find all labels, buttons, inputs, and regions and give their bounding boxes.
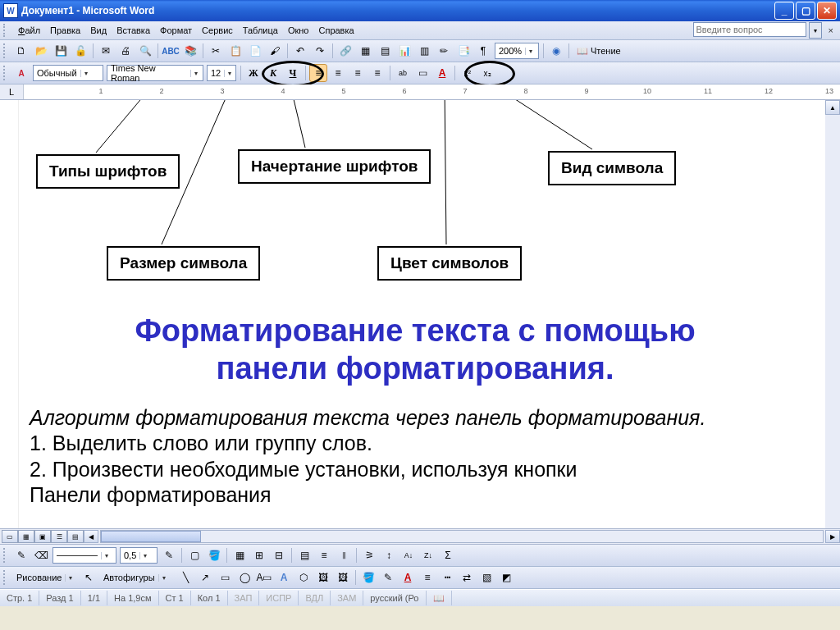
outline-view-button[interactable]: ☰ xyxy=(51,530,67,543)
font-color-button2[interactable]: A xyxy=(399,568,417,587)
print-button[interactable]: 🖨 xyxy=(116,42,135,60)
autoshapes-menu[interactable]: Автофигуры▾ xyxy=(100,570,174,585)
insert-table-button2[interactable]: ▦ xyxy=(231,546,249,564)
line-style-button[interactable]: ≡ xyxy=(418,568,436,587)
align-left-button[interactable]: ≡ xyxy=(309,64,327,82)
line-tool-button[interactable]: ╲ xyxy=(176,568,194,587)
oval-tool-button[interactable]: ◯ xyxy=(235,568,253,587)
outside-border-button[interactable]: ▢ xyxy=(185,546,203,564)
open-button[interactable]: 📂 xyxy=(32,42,50,60)
textbox-tool-button[interactable]: A▭ xyxy=(255,568,273,587)
doc-close-button[interactable]: × xyxy=(825,25,837,35)
highlight-button[interactable]: ab xyxy=(394,64,412,82)
minimize-button[interactable]: _ xyxy=(774,2,794,20)
reading-layout-button[interactable]: 📖Чтение xyxy=(572,42,626,60)
paste-button[interactable]: 📄 xyxy=(246,42,264,60)
fill-color-button[interactable]: 🪣 xyxy=(359,568,377,587)
doc-map-button[interactable]: 📑 xyxy=(454,42,472,60)
font-color-button[interactable]: A xyxy=(433,64,451,82)
menu-file[interactable]: Файл xyxy=(13,24,45,37)
status-ovr[interactable]: ЗАМ xyxy=(331,591,363,605)
status-trk[interactable]: ИСПР xyxy=(259,591,299,605)
insert-table-button[interactable]: ▤ xyxy=(376,42,394,60)
shadow-button[interactable]: ▧ xyxy=(477,568,495,587)
mail-button[interactable]: ✉ xyxy=(97,42,115,60)
horizontal-ruler[interactable]: 12345678910111213 xyxy=(24,84,840,99)
diagram-button[interactable]: ⬡ xyxy=(294,568,313,587)
bold-button[interactable]: Ж xyxy=(244,64,262,82)
spellcheck-button[interactable]: ABC xyxy=(162,42,180,60)
wordart-button[interactable]: A xyxy=(275,568,293,587)
status-lang[interactable]: русский (Ро xyxy=(363,591,426,605)
scroll-right-button[interactable]: ▶ xyxy=(825,530,840,543)
align-right-button[interactable]: ≡ xyxy=(349,64,367,82)
menu-tools[interactable]: Сервис xyxy=(197,24,238,37)
copy-button[interactable]: 📋 xyxy=(226,42,244,60)
vertical-ruler[interactable] xyxy=(0,100,19,528)
3d-button[interactable]: ◩ xyxy=(497,568,515,587)
new-doc-button[interactable]: 🗋 xyxy=(12,42,30,60)
print-view-button[interactable]: ▣ xyxy=(34,530,51,543)
distribute-cols-button[interactable]: ⦀ xyxy=(335,546,353,564)
print-preview-button[interactable]: 🔍 xyxy=(136,42,154,60)
line-style-combo[interactable]: ▾ xyxy=(52,547,116,564)
line-weight-combo[interactable]: 0,5▾ xyxy=(120,547,158,564)
italic-button[interactable]: К xyxy=(264,64,282,82)
menu-help[interactable]: Справка xyxy=(313,24,358,37)
line-color-button[interactable]: ✎ xyxy=(379,568,397,587)
draw-table-button[interactable]: ✎ xyxy=(12,546,30,564)
redo-button[interactable]: ↷ xyxy=(311,42,329,60)
status-rec[interactable]: ЗАП xyxy=(228,591,260,605)
help-search[interactable]: ▾ xyxy=(693,22,822,39)
align-justify-button[interactable]: ≡ xyxy=(368,64,386,82)
status-ext[interactable]: ВДЛ xyxy=(299,591,331,605)
autoformat-button[interactable]: ⚞ xyxy=(360,546,378,564)
rectangle-tool-button[interactable]: ▭ xyxy=(216,568,234,587)
sort-desc-button[interactable]: Z↓ xyxy=(419,546,437,564)
border-color-button[interactable]: ✎ xyxy=(160,546,178,564)
font-combo[interactable]: Times New Roman▾ xyxy=(107,65,203,81)
vertical-scrollbar[interactable]: ▲ xyxy=(825,100,840,528)
text-direction-button[interactable]: ↕ xyxy=(380,546,398,564)
select-objects-button[interactable]: ↖ xyxy=(80,568,98,587)
undo-button[interactable]: ↶ xyxy=(291,42,309,60)
arrow-tool-button[interactable]: ↗ xyxy=(196,568,214,587)
arrow-style-button[interactable]: ⇄ xyxy=(458,568,476,587)
menu-window[interactable]: Окно xyxy=(283,24,314,37)
align-cells-button[interactable]: ▤ xyxy=(295,546,313,564)
reading-view-button[interactable]: ▤ xyxy=(67,530,84,543)
help-search-dropdown[interactable]: ▾ xyxy=(809,22,822,39)
help-button[interactable]: ◉ xyxy=(547,42,565,60)
hscroll-thumb[interactable] xyxy=(101,531,201,542)
split-cells-button[interactable]: ⊟ xyxy=(270,546,288,564)
help-search-input[interactable] xyxy=(693,22,806,37)
autosum-button[interactable]: Σ xyxy=(439,546,457,564)
normal-view-button[interactable]: ▭ xyxy=(2,530,18,543)
menu-view[interactable]: Вид xyxy=(85,24,112,37)
align-center-button[interactable]: ≡ xyxy=(329,64,347,82)
columns-button[interactable]: ▥ xyxy=(415,42,433,60)
dash-style-button[interactable]: ┅ xyxy=(438,568,456,587)
eraser-button[interactable]: ⌫ xyxy=(32,546,50,564)
scroll-up-button[interactable]: ▲ xyxy=(825,100,840,115)
drawing-menu[interactable]: Рисование▾ xyxy=(13,570,77,585)
shading-color-button[interactable]: 🪣 xyxy=(205,546,223,564)
clipart-button[interactable]: 🖼 xyxy=(314,568,332,587)
subscript-button[interactable]: x₂ xyxy=(478,64,496,82)
close-button[interactable]: ✕ xyxy=(817,2,837,20)
underline-button[interactable]: Ч xyxy=(284,64,302,82)
format-painter-button[interactable]: 🖌 xyxy=(266,42,284,60)
hyperlink-button[interactable]: 🔗 xyxy=(336,42,354,60)
document-content[interactable]: Типы шрифтов Начертание шрифтов Вид симв… xyxy=(18,100,824,528)
menu-table[interactable]: Таблица xyxy=(238,24,283,37)
show-formatting-button[interactable]: ¶ xyxy=(474,42,492,60)
permissions-button[interactable]: 🔓 xyxy=(71,42,89,60)
hscroll-track[interactable] xyxy=(100,530,824,543)
insert-excel-button[interactable]: 📊 xyxy=(395,42,413,60)
save-button[interactable]: 💾 xyxy=(52,42,70,60)
menu-edit[interactable]: Правка xyxy=(45,24,85,37)
menu-format[interactable]: Формат xyxy=(155,24,197,37)
menu-insert[interactable]: Вставка xyxy=(112,24,155,37)
tables-borders-button[interactable]: ▦ xyxy=(356,42,374,60)
cut-button[interactable]: ✂ xyxy=(207,42,225,60)
